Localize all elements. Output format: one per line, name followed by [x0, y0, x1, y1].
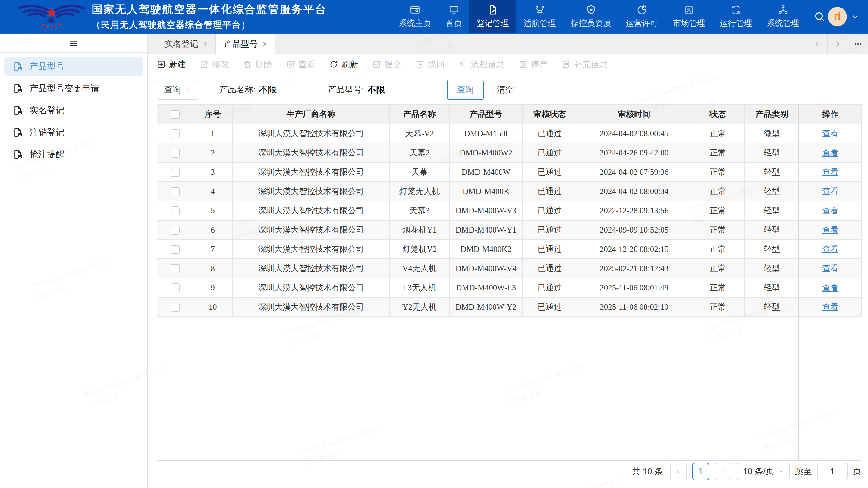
sidebar-item-3[interactable]: 实名登记	[4, 101, 143, 120]
row-checkbox[interactable]	[170, 226, 180, 235]
view-link[interactable]: 查看	[822, 206, 838, 215]
clear-button[interactable]: 清空	[497, 84, 514, 96]
cell-actions: 查看	[799, 259, 862, 278]
tab-more-button[interactable]	[847, 34, 868, 54]
cell-audit-time: 2024-04-26 09:42:00	[577, 143, 691, 162]
view-link[interactable]: 查看	[822, 225, 838, 234]
toolbar-button-9[interactable]: 停产	[518, 59, 548, 70]
view-link[interactable]: 查看	[822, 245, 838, 254]
nav-item-1[interactable]: 系统主页	[392, 0, 438, 33]
query-button[interactable]: 查询	[447, 79, 484, 100]
nav-item-2[interactable]: 首页	[438, 0, 469, 33]
toolbar-button-10[interactable]: 补充信息	[561, 59, 608, 70]
view-link[interactable]: 查看	[822, 167, 838, 176]
tab-scroll-left-button[interactable]	[807, 34, 827, 54]
tab-bar: 实名登记×产品型号×	[148, 34, 868, 54]
row-checkbox[interactable]	[170, 149, 180, 158]
nav-item-9[interactable]: 系统管理	[760, 0, 807, 33]
nav-item-4[interactable]: 适航管理	[516, 0, 563, 33]
cell-seq: 5	[193, 201, 233, 220]
toolbar-button-3[interactable]: 删除	[243, 59, 272, 70]
open-tabs: 实名登记×产品型号×	[157, 34, 276, 54]
toolbar-button-7[interactable]: 取回	[415, 59, 444, 70]
platform-title: 国家无人驾驶航空器一体化综合监管服务平台 （民用无人驾驶航空器综合管理平台）	[92, 0, 327, 33]
view-link[interactable]: 查看	[822, 129, 838, 138]
page-size-dropdown[interactable]: 10 条/页	[737, 463, 789, 480]
row-checkbox[interactable]	[170, 206, 180, 216]
jump-page-input[interactable]: 1	[817, 463, 847, 480]
filter-label: 产品名称:	[219, 84, 255, 96]
cell-product-model: DMD-M150I	[450, 124, 522, 143]
tab-close-icon[interactable]: ×	[203, 39, 208, 49]
row-checkbox[interactable]	[170, 129, 180, 138]
tab-controls	[807, 34, 868, 54]
toolbar-button-label: 停产	[531, 59, 548, 70]
row-checkbox[interactable]	[170, 168, 180, 177]
svg-text:★: ★	[58, 22, 61, 27]
row-checkbox[interactable]	[170, 187, 180, 196]
table-row: 10深圳大漠大智控技术有限公司Y2无人机DMD-M400W-Y2已通过2025-…	[157, 297, 862, 317]
sidebar-item-2[interactable]: 产品型号变更申请	[4, 79, 143, 98]
toolbar-button-label: 刷新	[341, 59, 358, 70]
row-checkbox[interactable]	[170, 303, 180, 312]
pie-chart-icon	[637, 4, 647, 15]
toolbar-button-1[interactable]: 新建	[157, 59, 186, 70]
tab-2[interactable]: 产品型号×	[216, 34, 276, 54]
tab-scroll-right-button[interactable]	[827, 34, 847, 54]
column-header: 生产厂商名称	[233, 104, 390, 124]
prev-page-button[interactable]	[670, 463, 687, 480]
column-header: 审核时间	[577, 104, 691, 124]
sidebar-item-1[interactable]: 产品型号	[4, 57, 143, 76]
row-checkbox[interactable]	[170, 245, 180, 254]
column-header: 产品类别	[745, 104, 799, 124]
query-scheme-dropdown[interactable]: 查询	[157, 79, 198, 100]
nav-item-8[interactable]: 运行管理	[712, 0, 760, 33]
view-link[interactable]: 查看	[822, 264, 838, 273]
cell-category: 轻型	[745, 297, 799, 317]
nav-item-5[interactable]: 操控员资质	[563, 0, 618, 33]
title-line-2: （民用无人驾驶航空器综合管理平台）	[92, 19, 327, 31]
toolbar-button-label: 删除	[255, 59, 272, 70]
view-link[interactable]: 查看	[822, 283, 838, 292]
next-page-button[interactable]	[715, 463, 732, 480]
chevron-right-icon	[833, 39, 842, 48]
nav-item-7[interactable]: 市场管理	[665, 0, 712, 33]
cell-audit-time: 2022-12-28 09:13:56	[577, 201, 691, 220]
title-line-1: 国家无人驾驶航空器一体化综合监管服务平台	[92, 2, 327, 17]
tab-1[interactable]: 实名登记×	[157, 34, 216, 54]
nav-item-6[interactable]: 运营许可	[618, 0, 665, 33]
hamburger-icon[interactable]	[68, 38, 79, 49]
sidebar-item-label: 产品型号变更申请	[30, 83, 99, 95]
toolbar-button-5[interactable]: 刷新	[329, 59, 358, 70]
search-button[interactable]	[814, 0, 825, 33]
view-link[interactable]: 查看	[822, 187, 838, 196]
sidebar-item-5[interactable]: 抢注提醒	[4, 145, 143, 164]
column-header: 序号	[193, 104, 233, 124]
toolbar-button-label: 提交	[384, 59, 401, 70]
view-link[interactable]: 查看	[822, 302, 838, 312]
cell-manufacturer: 深圳大漠大智控技术有限公司	[233, 201, 390, 220]
cell-category: 轻型	[745, 162, 799, 182]
avatar[interactable]: d	[828, 7, 847, 26]
cell-manufacturer: 深圳大漠大智控技术有限公司	[233, 278, 390, 297]
chevron-down-icon[interactable]	[850, 12, 860, 21]
view-link[interactable]: 查看	[822, 148, 838, 157]
caret-down-icon	[778, 468, 784, 475]
browser-gear-icon	[410, 4, 421, 15]
row-checkbox[interactable]	[170, 284, 180, 293]
row-checkbox[interactable]	[170, 264, 180, 273]
row-checkbox-cell	[157, 162, 193, 182]
chevron-left-icon	[675, 468, 682, 475]
sidebar-item-4[interactable]: 注销登记	[4, 123, 143, 142]
table-row: 3深圳大漠大智控技术有限公司天幕DMD-M400W已通过2024-04-02 0…	[157, 162, 862, 182]
cell-actions: 查看	[799, 124, 862, 143]
select-all-checkbox[interactable]	[170, 110, 180, 119]
tab-close-icon[interactable]: ×	[262, 39, 267, 49]
toolbar-button-2[interactable]: 修改	[200, 59, 229, 70]
toolbar-button-8[interactable]: 流程信息	[458, 59, 504, 70]
toolbar-button-6[interactable]: 提交	[372, 59, 401, 70]
toolbar-button-4[interactable]: 查看	[286, 59, 315, 70]
page-number-button[interactable]: 1	[692, 463, 709, 480]
flow-icon	[458, 60, 467, 69]
nav-item-3[interactable]: 登记管理	[469, 0, 516, 33]
